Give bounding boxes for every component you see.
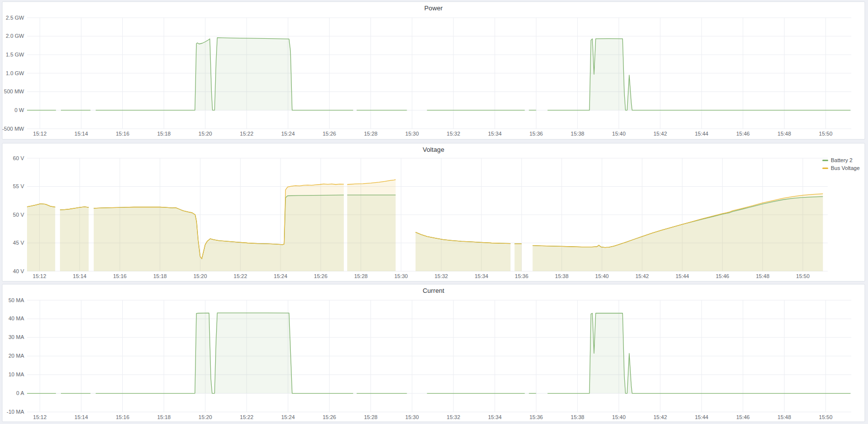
x-tick-label: 15:50 <box>819 131 833 137</box>
x-tick-label: 15:14 <box>75 414 88 420</box>
legend-item-bus-voltage[interactable]: Bus Voltage <box>822 165 860 171</box>
x-tick-label: 15:34 <box>488 414 502 420</box>
y-tick-label: 50 MA <box>8 297 24 303</box>
panel-power: Power 2.5 GW2.0 GW1.5 GW1.0 GW500 MW0 W-… <box>2 1 865 140</box>
x-tick-label: 15:26 <box>323 131 336 137</box>
x-tick-label: 15:12 <box>33 414 47 420</box>
y-tick-label: 60 V <box>13 155 24 161</box>
x-tick-label: 15:16 <box>116 131 130 137</box>
y-tick-label: 0 W <box>14 107 24 113</box>
power-plot[interactable]: 2.5 GW2.0 GW1.5 GW1.0 GW500 MW0 W-500 MW… <box>2 2 865 139</box>
y-tick-label: 50 V <box>13 212 24 218</box>
y-tick-label: 10 MA <box>8 371 24 377</box>
x-tick-label: 15:22 <box>240 414 253 420</box>
x-tick-label: 15:34 <box>475 273 488 279</box>
y-tick-label: 0 A <box>16 390 25 396</box>
x-tick-label: 15:46 <box>736 131 750 137</box>
x-tick-label: 15:14 <box>75 131 88 137</box>
x-tick-label: 15:24 <box>281 414 295 420</box>
voltage-legend: Battery 2Bus Voltage <box>822 157 860 171</box>
x-tick-label: 15:26 <box>323 414 336 420</box>
x-tick-label: 15:42 <box>653 131 667 137</box>
x-tick-label: 15:30 <box>405 414 419 420</box>
x-tick-label: 15:14 <box>73 273 86 279</box>
x-tick-label: 15:44 <box>675 273 689 279</box>
x-tick-label: 15:32 <box>447 414 460 420</box>
legend-item-battery-2[interactable]: Battery 2 <box>822 157 860 164</box>
x-tick-label: 15:24 <box>274 273 287 279</box>
x-tick-label: 15:30 <box>394 273 408 279</box>
x-tick-label: 15:40 <box>595 273 609 279</box>
x-tick-label: 15:50 <box>796 273 810 279</box>
y-tick-label: -500 MW <box>2 126 25 132</box>
x-tick-label: 15:28 <box>364 131 378 137</box>
x-tick-label: 15:18 <box>157 414 171 420</box>
axis-labels: 50 MA40 MA30 MA20 MA10 MA0 A-10 MA15:121… <box>7 297 833 420</box>
x-tick-label: 15:30 <box>405 131 419 137</box>
x-tick-label: 15:36 <box>515 273 529 279</box>
x-tick-label: 15:22 <box>234 273 248 279</box>
x-tick-label: 15:40 <box>612 414 626 420</box>
y-tick-label: 45 V <box>13 240 24 246</box>
legend-swatch <box>822 168 828 169</box>
x-tick-label: 15:36 <box>530 131 543 137</box>
x-tick-label: 15:32 <box>434 273 448 279</box>
legend-label: Battery 2 <box>831 157 852 164</box>
x-tick-label: 15:20 <box>198 414 212 420</box>
legend-swatch <box>822 160 828 161</box>
x-tick-label: 15:20 <box>194 273 207 279</box>
dashboard: { "page": { "background": "#eef0f5", "pa… <box>0 0 868 424</box>
panel-voltage: Voltage 60 V55 V50 V45 V40 V15:1215:1415… <box>2 143 865 282</box>
x-tick-label: 15:48 <box>778 414 791 420</box>
x-tick-label: 15:26 <box>314 273 328 279</box>
y-tick-label: 2.0 GW <box>6 33 25 39</box>
x-tick-label: 15:46 <box>736 414 750 420</box>
y-tick-label: 1.0 GW <box>6 70 25 76</box>
y-tick-label: 55 V <box>13 183 24 189</box>
x-tick-label: 15:38 <box>555 273 569 279</box>
x-tick-label: 15:18 <box>153 273 167 279</box>
y-tick-label: -10 MA <box>7 409 25 415</box>
x-tick-label: 15:22 <box>240 131 253 137</box>
y-tick-label: 1.5 GW <box>6 52 25 57</box>
x-tick-label: 15:32 <box>447 131 460 137</box>
x-tick-label: 15:44 <box>695 414 708 420</box>
x-tick-label: 15:24 <box>281 131 295 137</box>
x-tick-label: 15:38 <box>571 131 585 137</box>
x-tick-label: 15:40 <box>612 131 626 137</box>
x-tick-label: 15:42 <box>635 273 649 279</box>
x-tick-label: 15:34 <box>488 131 502 137</box>
legend-label: Bus Voltage <box>831 165 860 171</box>
x-tick-label: 15:16 <box>113 273 127 279</box>
x-tick-label: 15:48 <box>778 131 791 137</box>
x-tick-label: 15:50 <box>819 414 833 420</box>
x-tick-label: 15:16 <box>116 414 130 420</box>
y-tick-label: 2.5 GW <box>6 15 25 21</box>
x-tick-label: 15:20 <box>198 131 212 137</box>
current-plot[interactable]: 50 MA40 MA30 MA20 MA10 MA0 A-10 MA15:121… <box>2 284 865 422</box>
x-tick-label: 15:42 <box>653 414 667 420</box>
x-tick-label: 15:48 <box>756 273 770 279</box>
x-tick-label: 15:46 <box>716 273 729 279</box>
y-tick-label: 40 V <box>13 268 24 274</box>
y-tick-label: 20 MA <box>8 353 24 359</box>
panel-current: Current 50 MA40 MA30 MA20 MA10 MA0 A-10 … <box>2 284 865 422</box>
x-tick-label: 15:44 <box>695 131 708 137</box>
x-tick-label: 15:28 <box>364 414 378 420</box>
y-tick-label: 40 MA <box>8 315 24 321</box>
x-tick-label: 15:28 <box>354 273 368 279</box>
x-tick-label: 15:36 <box>530 414 543 420</box>
voltage-plot[interactable]: 60 V55 V50 V45 V40 V15:1215:1415:1615:18… <box>2 143 865 281</box>
y-tick-label: 30 MA <box>8 334 24 340</box>
x-tick-label: 15:12 <box>33 131 47 137</box>
x-tick-label: 15:38 <box>571 414 585 420</box>
axis-labels: 2.5 GW2.0 GW1.5 GW1.0 GW500 MW0 W-500 MW… <box>2 15 833 137</box>
x-tick-label: 15:18 <box>157 131 171 137</box>
y-tick-label: 500 MW <box>4 88 25 94</box>
x-tick-label: 15:12 <box>33 273 47 279</box>
